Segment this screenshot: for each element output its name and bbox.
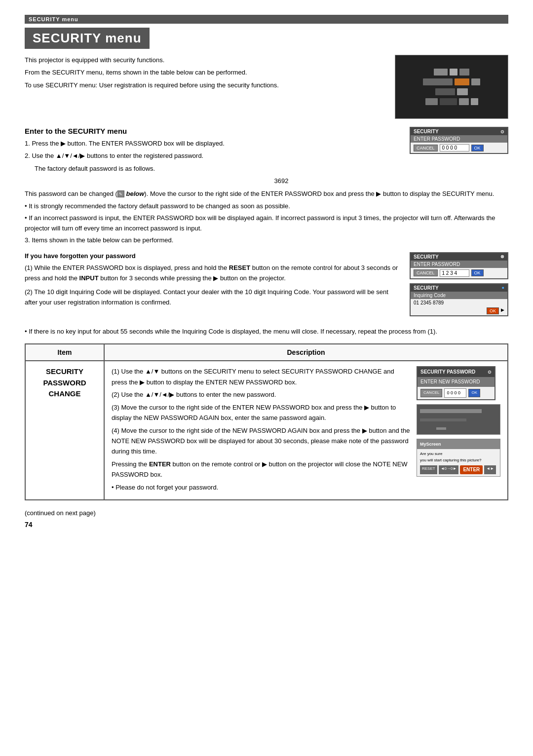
forgotten-note: • If there is no key input for about 55 …	[25, 326, 508, 337]
td1-subtitle: ENTER NEW PASSWORD	[418, 377, 495, 387]
security-table: Item Description SECURITYPASSWORDCHANGE …	[25, 343, 508, 500]
dialog-enter-password-2: SECURITY ⊗ ENTER PASSWORD CANCEL 1 2 3 4…	[410, 252, 508, 279]
my-screen-1	[417, 404, 500, 435]
dialog-enter-password-1: SECURITY ⊙ ENTER PASSWORD CANCEL 0 0 0 0…	[410, 127, 508, 154]
dialog3-ok-row: OK ▶	[411, 306, 507, 315]
dialog3-ok[interactable]: OK	[487, 307, 499, 314]
item-name: SECURITYPASSWORDCHANGE	[33, 366, 97, 400]
dialog1-ok[interactable]: OK	[471, 145, 484, 151]
my-screen-dark-1	[417, 405, 500, 434]
dialog1-value[interactable]: 0 0 0 0	[440, 144, 469, 151]
enter-btn[interactable]: ENTER	[460, 465, 483, 474]
intro-p1: This projector is equipped with security…	[25, 55, 385, 65]
dialog2-value[interactable]: 1 2 3 4	[440, 269, 469, 277]
my-screen-2: MyScreen Are you sureyou will start capt…	[417, 439, 500, 477]
enter-section: SECURITY ⊙ ENTER PASSWORD CANCEL 0 0 0 0…	[25, 127, 508, 247]
dialog2-title: SECURITY ⊗	[411, 253, 507, 261]
page-title: SECURITY menu	[25, 28, 150, 49]
dialog-inquiring: SECURITY ● Inquiring Code 01 2345 8789 O…	[410, 283, 508, 316]
dialog2-cancel[interactable]: CANCEL	[414, 269, 438, 276]
intro-p3: To use SECURITY menu: User registration …	[25, 80, 385, 90]
td1-row: CANCEL 0 0 0 0 OK	[418, 387, 495, 399]
dialog2-subtitle: ENTER PASSWORD	[411, 261, 507, 268]
td1-value[interactable]: 0 0 0 0	[444, 388, 466, 397]
step2-note: This password can be changed (✎ below). …	[25, 189, 508, 199]
dialog3-code: 01 2345 8789	[411, 299, 507, 306]
bullet2: • If an incorrect password is input, the…	[25, 213, 508, 234]
input-label: INPUT	[79, 274, 99, 282]
item-cell: SECURITYPASSWORDCHANGE	[25, 361, 104, 500]
ms2-title: MyScreen	[417, 439, 500, 449]
step2-sub: The factory default password is as follo…	[35, 163, 508, 174]
dialog2-ok[interactable]: OK	[471, 269, 484, 276]
td1-cancel[interactable]: CANCEL	[420, 389, 442, 397]
right-dialogs-2: SECURITY ⊗ ENTER PASSWORD CANCEL 1 2 3 4…	[410, 252, 508, 316]
intro-p2: From the SECURITY menu, items shown in t…	[25, 67, 385, 77]
top-bar-label: SECURITY menu	[25, 15, 508, 24]
dialog1-title: SECURITY ⊙	[411, 128, 507, 135]
footer: (continued on next page) 74	[25, 509, 508, 529]
step3: 3. Items shown in the table below can be…	[25, 235, 508, 245]
col-item: Item	[25, 344, 104, 361]
forgotten-section: SECURITY ⊗ ENTER PASSWORD CANCEL 1 2 3 4…	[25, 252, 508, 321]
td1-ok[interactable]: OK	[468, 389, 480, 397]
intro-text: This projector is equipped with security…	[25, 55, 385, 119]
note-icon: ✎	[117, 190, 124, 197]
continued-label: (continued on next page)	[25, 509, 508, 517]
dialog1-row: CANCEL 0 0 0 0 OK	[411, 143, 507, 153]
page-number: 74	[25, 521, 508, 529]
col-description: Description	[104, 344, 508, 361]
right-dialogs: SECURITY ⊙ ENTER PASSWORD CANCEL 0 0 0 0…	[410, 127, 508, 154]
table-row: SECURITYPASSWORDCHANGE SECURITY PASSWORD…	[25, 361, 508, 500]
td1-title: SECURITY PASSWORD ⊙	[418, 367, 495, 377]
dialog3-subtitle: Inquiring Code	[411, 292, 507, 299]
table-dialog1: SECURITY PASSWORD ⊙ ENTER NEW PASSWORD C…	[417, 366, 495, 400]
dialog2-row: CANCEL 1 2 3 4 OK	[411, 268, 507, 278]
desc-p6: • Please do not forget your password.	[112, 482, 500, 492]
ui-screenshot-main	[395, 55, 508, 119]
desc-cell: SECURITY PASSWORD ⊙ ENTER NEW PASSWORD C…	[104, 361, 508, 500]
dialog1-cancel[interactable]: CANCEL	[414, 145, 438, 151]
ms2-body: Are you sureyou will start capturing thi…	[417, 449, 500, 476]
table-dialogs: SECURITY PASSWORD ⊙ ENTER NEW PASSWORD C…	[417, 366, 500, 476]
dialog3-title: SECURITY ●	[411, 284, 507, 292]
dialog1-subtitle: ENTER PASSWORD	[411, 135, 507, 143]
password-code: 3692	[35, 176, 508, 186]
bullet1: • It is strongly recommended the factory…	[25, 201, 508, 211]
reset-label: RESET	[229, 264, 250, 271]
